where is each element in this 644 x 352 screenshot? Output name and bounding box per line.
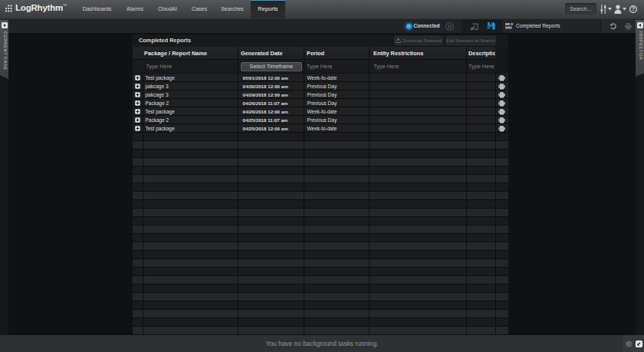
svg-text:?: ? bbox=[631, 5, 635, 12]
